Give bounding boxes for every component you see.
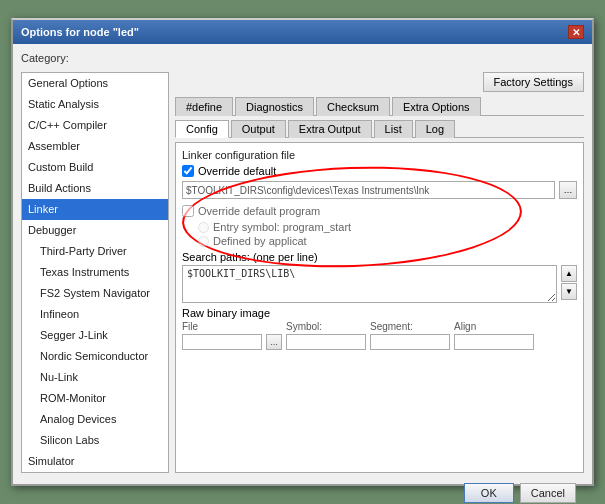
sidebar-item[interactable]: Silicon Labs <box>22 430 168 451</box>
symbol-col: Symbol: <box>286 321 366 350</box>
override-program-label: Override default program <box>198 205 320 217</box>
file-browse-button[interactable]: … <box>266 334 282 350</box>
segment-input[interactable] <box>370 334 450 350</box>
right-panel: Factory Settings #defineDiagnosticsCheck… <box>175 72 584 473</box>
sidebar-item[interactable]: Build Actions <box>22 178 168 199</box>
bottom-bar: OK Cancel <box>21 479 584 504</box>
sidebar-item[interactable]: Texas Instruments <box>22 262 168 283</box>
search-area: ▲ ▼ <box>182 265 577 303</box>
defined-by-radio[interactable] <box>198 236 209 247</box>
title-bar: Options for node "led" ✕ <box>13 20 592 44</box>
search-paths-input[interactable] <box>182 265 557 303</box>
sidebar-item[interactable]: Debugger <box>22 220 168 241</box>
sub-tab[interactable]: Log <box>415 120 455 138</box>
scroll-buttons: ▲ ▼ <box>561 265 577 303</box>
linker-path-row: … <box>182 181 577 199</box>
factory-settings-row: Factory Settings <box>175 72 584 92</box>
segment-label: Segment: <box>370 321 450 332</box>
sub-tabs: ConfigOutputExtra OutputListLog <box>175 119 584 138</box>
sidebar-item[interactable]: ROM-Monitor <box>22 388 168 409</box>
scroll-down-button[interactable]: ▼ <box>561 283 577 300</box>
symbol-input[interactable] <box>286 334 366 350</box>
scroll-up-button[interactable]: ▲ <box>561 265 577 282</box>
category-label: Category: <box>21 52 584 64</box>
sidebar-item[interactable]: Simulator <box>22 451 168 472</box>
sidebar-item[interactable]: Infineon <box>22 304 168 325</box>
cancel-button[interactable]: Cancel <box>520 483 576 503</box>
main-content: General OptionsStatic AnalysisC/C++ Comp… <box>21 72 584 473</box>
sub-tab[interactable]: List <box>374 120 413 138</box>
sidebar-item[interactable]: Nordic Semiconductor <box>22 346 168 367</box>
search-label: Search paths: (one per line) <box>182 251 577 263</box>
main-tab[interactable]: Checksum <box>316 97 390 116</box>
sidebar: General OptionsStatic AnalysisC/C++ Comp… <box>21 72 169 473</box>
sidebar-item[interactable]: Custom Build <box>22 157 168 178</box>
segment-col: Segment: <box>370 321 450 350</box>
sidebar-item[interactable]: Nu-Link <box>22 367 168 388</box>
override-program-row: Override default program <box>182 205 577 217</box>
binary-row: File … Symbol: Segment: <box>182 321 577 350</box>
file-input[interactable] <box>182 334 262 350</box>
entry-symbol-row: Entry symbol: program_start <box>182 221 577 233</box>
sidebar-item[interactable]: Third-Party Driver <box>22 241 168 262</box>
linker-path-input[interactable] <box>182 181 555 199</box>
sidebar-item[interactable]: General Options <box>22 73 168 94</box>
sidebar-item[interactable]: Static Analysis <box>22 94 168 115</box>
defined-by-label: Defined by applicat <box>213 235 307 247</box>
override-default-label: Override default <box>198 165 276 177</box>
sub-tab[interactable]: Output <box>231 120 286 138</box>
factory-settings-button[interactable]: Factory Settings <box>483 72 584 92</box>
sub-tab[interactable]: Config <box>175 120 229 138</box>
file-label: File <box>182 321 262 332</box>
defined-by-row: Defined by applicat <box>182 235 577 247</box>
binary-image-label: Raw binary image <box>182 307 577 319</box>
sidebar-item[interactable]: Linker <box>22 199 168 220</box>
main-tab[interactable]: Extra Options <box>392 97 481 116</box>
override-default-checkbox[interactable] <box>182 165 194 177</box>
symbol-label: Symbol: <box>286 321 366 332</box>
linker-config-label: Linker configuration file <box>182 149 577 161</box>
ok-button[interactable]: OK <box>464 483 514 503</box>
sub-tab[interactable]: Extra Output <box>288 120 372 138</box>
close-button[interactable]: ✕ <box>568 25 584 39</box>
align-label: Align <box>454 321 534 332</box>
align-col: Align <box>454 321 534 350</box>
entry-symbol-radio[interactable] <box>198 222 209 233</box>
main-tabs: #defineDiagnosticsChecksumExtra Options <box>175 96 584 116</box>
window-title: Options for node "led" <box>21 26 139 38</box>
window-body: Category: General OptionsStatic Analysis… <box>13 44 592 504</box>
sidebar-item[interactable]: Analog Devices <box>22 409 168 430</box>
main-tab[interactable]: Diagnostics <box>235 97 314 116</box>
linker-browse-button[interactable]: … <box>559 181 577 199</box>
content-area: Linker configuration file Override defau… <box>175 142 584 473</box>
sidebar-item[interactable]: Segger J-Link <box>22 325 168 346</box>
file-col: File <box>182 321 262 350</box>
sidebar-item[interactable]: Assembler <box>22 136 168 157</box>
sidebar-item[interactable]: C/C++ Compiler <box>22 115 168 136</box>
align-input[interactable] <box>454 334 534 350</box>
entry-symbol-label: Entry symbol: program_start <box>213 221 351 233</box>
override-default-row: Override default <box>182 165 577 177</box>
override-program-checkbox[interactable] <box>182 205 194 217</box>
main-window: Options for node "led" ✕ Category: Gener… <box>11 18 594 486</box>
sidebar-item[interactable]: FS2 System Navigator <box>22 283 168 304</box>
override-program-section: Override default program Entry symbol: p… <box>182 205 577 247</box>
main-tab[interactable]: #define <box>175 97 233 116</box>
